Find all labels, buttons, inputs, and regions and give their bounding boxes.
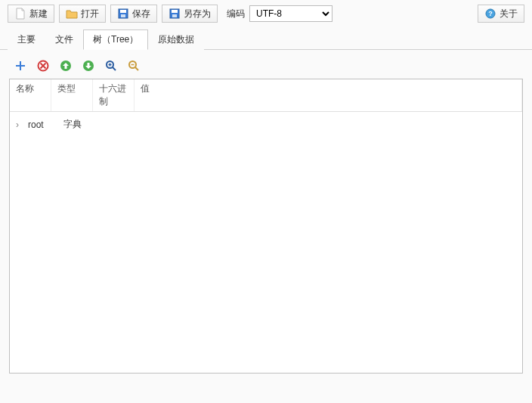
expand-toggle-icon[interactable]: › <box>16 119 26 130</box>
row-name: root <box>26 119 57 130</box>
tree-panel: 名称 类型 十六进制 值 › root 字典 <box>9 79 523 374</box>
open-button[interactable]: 打开 <box>59 5 106 23</box>
svg-rect-2 <box>121 14 125 17</box>
arrow-down-circle-icon <box>82 60 94 72</box>
saveas-button[interactable]: 另存为 <box>162 5 218 23</box>
encoding-select[interactable]: UTF-8 <box>249 5 332 22</box>
tree-body: › root 字典 <box>10 112 522 137</box>
tree-header: 名称 类型 十六进制 值 <box>10 79 522 112</box>
new-button[interactable]: 新建 <box>8 5 54 23</box>
zoom-out-icon <box>128 60 140 72</box>
open-label: 打开 <box>81 8 99 20</box>
folder-open-icon <box>66 8 78 20</box>
tree-row[interactable]: › root 字典 <box>13 116 519 132</box>
remove-button[interactable] <box>36 59 50 73</box>
saveas-icon <box>169 8 181 20</box>
save-icon <box>117 8 129 20</box>
tab-file[interactable]: 文件 <box>45 29 83 50</box>
zoom-in-icon <box>105 60 117 72</box>
tree-toolbar <box>9 56 523 79</box>
tab-raw[interactable]: 原始数据 <box>148 29 204 50</box>
svg-rect-4 <box>172 10 178 13</box>
new-label: 新建 <box>29 8 48 20</box>
row-type: 字典 <box>57 118 99 131</box>
file-new-icon <box>14 8 26 20</box>
tab-tree[interactable]: 树（Tree） <box>83 29 148 50</box>
zoom-out-button[interactable] <box>127 59 141 73</box>
encoding-label: 编码 <box>227 8 245 20</box>
saveas-label: 另存为 <box>184 8 211 20</box>
main-toolbar: 新建 打开 保存 另存为 编码 UTF-8 ? 关于 <box>0 0 532 27</box>
col-header-hex[interactable]: 十六进制 <box>93 79 135 111</box>
move-up-button[interactable] <box>59 59 73 73</box>
zoom-in-button[interactable] <box>104 59 118 73</box>
svg-line-16 <box>135 67 138 70</box>
add-button[interactable] <box>14 59 27 73</box>
svg-text:?: ? <box>488 10 493 17</box>
save-label: 保存 <box>132 8 150 20</box>
plus-icon <box>14 60 26 72</box>
svg-rect-5 <box>172 14 177 17</box>
col-header-name[interactable]: 名称 <box>10 79 51 111</box>
arrow-up-circle-icon <box>60 60 72 72</box>
content-area: 名称 类型 十六进制 值 › root 字典 <box>0 50 532 383</box>
about-button[interactable]: ? 关于 <box>478 5 524 23</box>
save-button[interactable]: 保存 <box>110 5 157 23</box>
svg-line-12 <box>113 67 116 70</box>
move-down-button[interactable] <box>82 59 95 73</box>
about-label: 关于 <box>500 8 518 20</box>
tab-main[interactable]: 主要 <box>8 29 45 50</box>
col-header-type[interactable]: 类型 <box>51 79 93 111</box>
help-icon: ? <box>484 8 496 20</box>
col-header-value[interactable]: 值 <box>135 79 522 111</box>
tabbar: 主要 文件 树（Tree） 原始数据 <box>0 27 532 50</box>
remove-circle-icon <box>37 60 49 72</box>
svg-rect-1 <box>120 10 126 13</box>
